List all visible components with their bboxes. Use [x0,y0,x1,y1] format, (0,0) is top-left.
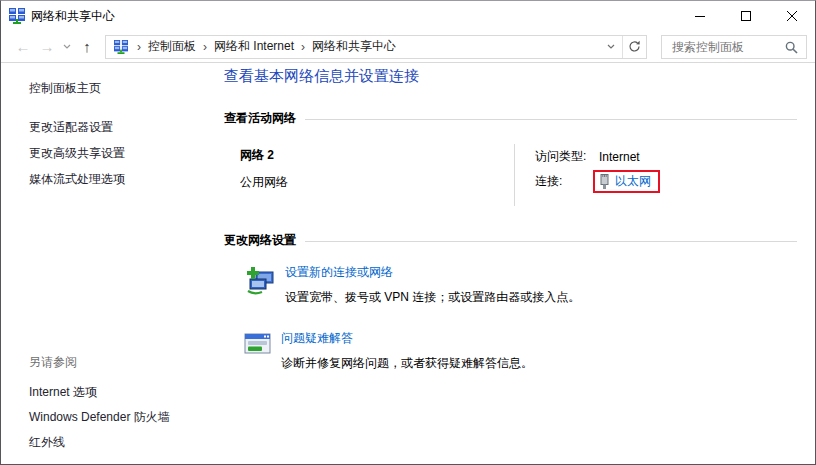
section-title: 更改网络设置 [224,232,296,249]
back-arrow-icon: ← [16,38,31,55]
forward-button[interactable]: → [35,35,59,59]
see-also-header: 另请参阅 [29,354,170,371]
see-also-group: 另请参阅 Internet 选项 Windows Defender 防火墙 红外… [29,354,170,455]
active-network-details: 访问类型: Internet 连接: [515,144,660,206]
troubleshoot-problems-description: 诊断并修复网络问题，或者获得疑难解答信息。 [281,355,533,372]
breadcrumb-network-sharing-center[interactable]: 网络和共享中心 [312,38,396,55]
breadcrumb-network-internet[interactable]: 网络和 Internet [214,38,294,55]
sidebar-item-control-panel-home[interactable]: 控制面板主页 [29,80,224,97]
network-sharing-center-window: 网络和共享中心 ← → ↑ [0,0,816,465]
connection-row: 连接: 以太网 [535,169,660,194]
network-sharing-center-icon [114,40,128,54]
sidebar-item-internet-options[interactable]: Internet 选项 [29,380,170,405]
setup-new-connection-description: 设置宽带、拨号或 VPN 连接；或设置路由器或接入点。 [285,289,580,306]
sidebar-item-infrared[interactable]: 红外线 [29,430,170,455]
connection-label: 连接: [535,173,599,190]
main-content: 查看基本网络信息并设置连接 查看活动网络 网络 2 公用网络 访问类型: Int… [224,63,815,464]
up-button[interactable]: ↑ [75,35,99,59]
sidebar-item-change-advanced-sharing[interactable]: 更改高级共享设置 [29,140,224,166]
refresh-button[interactable] [622,36,646,58]
troubleshoot-problems-link[interactable]: 问题疑难解答 [281,330,533,347]
network-sharing-center-icon [9,8,25,24]
search-input[interactable] [670,37,782,57]
close-button[interactable] [769,1,815,31]
section-divider-line [305,241,797,242]
breadcrumb-separator: › [196,40,214,54]
sidebar-item-media-streaming-options[interactable]: 媒体流式处理选项 [29,166,224,192]
chevron-down-icon [607,44,615,49]
ethernet-connection-link[interactable]: 以太网 [615,173,651,190]
task-text: 设置新的连接或网络 设置宽带、拨号或 VPN 连接；或设置路由器或接入点。 [285,264,580,306]
refresh-icon [628,40,641,53]
recent-pages-dropdown[interactable] [59,35,75,59]
task-setup-new-connection: 设置新的连接或网络 设置宽带、拨号或 VPN 连接；或设置路由器或接入点。 [244,264,797,306]
navigation-toolbar: ← → ↑ › 控制面板 › 网络和 Internet › 网络和共享 [1,31,815,63]
new-connection-icon [244,265,276,306]
task-troubleshoot-problems: 问题疑难解答 诊断并修复网络问题，或者获得疑难解答信息。 [244,330,797,372]
maximize-button[interactable] [723,1,769,31]
ethernet-icon [599,173,610,190]
access-type-row: 访问类型: Internet [535,144,660,169]
section-title: 查看活动网络 [224,110,296,127]
section-divider-line [305,119,797,120]
page-title: 查看基本网络信息并设置连接 [224,67,797,86]
red-highlight-box: 以太网 [593,170,660,193]
search-icon[interactable] [785,41,798,57]
window-body: 控制面板主页 更改适配器设置 更改高级共享设置 媒体流式处理选项 另请参阅 In… [1,63,815,464]
troubleshoot-icon [244,331,272,372]
up-arrow-icon: ↑ [83,38,91,55]
sidebar-item-windows-defender-firewall[interactable]: Windows Defender 防火墙 [29,405,170,430]
title-bar: 网络和共享中心 [1,1,815,31]
window-title: 网络和共享中心 [31,8,677,25]
network-name: 网络 2 [240,147,514,164]
search-box [661,35,807,59]
breadcrumb-separator: › [294,40,312,54]
access-type-value: Internet [599,150,640,164]
sidebar-item-change-adapter-settings[interactable]: 更改适配器设置 [29,114,224,140]
network-profile: 公用网络 [240,174,514,191]
breadcrumb-separator: › [130,40,148,54]
task-pane-sidebar: 控制面板主页 更改适配器设置 更改高级共享设置 媒体流式处理选项 另请参阅 In… [1,63,224,464]
minimize-button[interactable] [677,1,723,31]
forward-arrow-icon: → [40,38,55,55]
address-dropdown-button[interactable] [600,36,622,58]
breadcrumb-control-panel[interactable]: 控制面板 [148,38,196,55]
chevron-down-icon [63,44,71,49]
section-change-network-settings: 更改网络设置 [224,232,797,249]
section-view-active-networks: 查看活动网络 [224,110,797,127]
back-button[interactable]: ← [11,35,35,59]
setup-new-connection-link[interactable]: 设置新的连接或网络 [285,264,580,281]
active-network-block: 网络 2 公用网络 访问类型: Internet 连接: [240,144,797,206]
access-type-label: 访问类型: [535,148,599,165]
task-text: 问题疑难解答 诊断并修复网络问题，或者获得疑难解答信息。 [281,330,533,372]
active-network-identity: 网络 2 公用网络 [240,144,514,206]
address-bar[interactable]: › 控制面板 › 网络和 Internet › 网络和共享中心 [105,35,647,59]
